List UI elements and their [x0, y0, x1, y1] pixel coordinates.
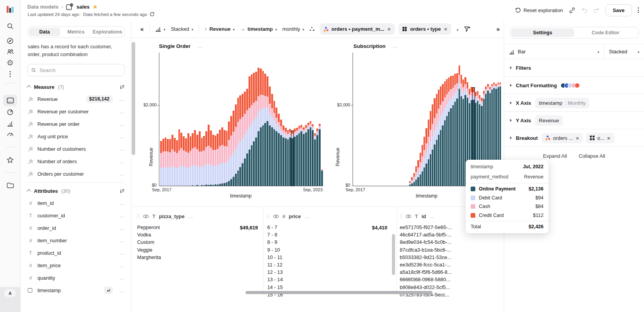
stacked-bar[interactable] [462, 79, 464, 186]
stacked-bar[interactable] [260, 69, 262, 186]
table-row[interactable]: 12 - 13 [267, 268, 387, 276]
reset-exploration-button[interactable]: Reset exploration [515, 7, 563, 13]
table-row[interactable]: 87cdfca3-b1ea-5bc6-... [400, 246, 504, 254]
stacked-bar[interactable] [278, 114, 280, 186]
table-row[interactable]: Margherita [137, 254, 258, 261]
stacked-bar[interactable] [285, 128, 287, 186]
row-menu-icon[interactable] [119, 200, 125, 206]
field-row-attribute[interactable]: Tproduct_id [27, 247, 125, 259]
stacked-bar[interactable] [226, 131, 228, 186]
row-menu-icon[interactable] [119, 263, 125, 268]
stacked-bar[interactable] [162, 139, 164, 186]
stacked-bar[interactable] [409, 181, 411, 186]
stacked-bar[interactable] [208, 125, 210, 186]
stacked-bar[interactable] [235, 104, 237, 186]
avatar[interactable]: A [4, 289, 16, 297]
table-row[interactable]: 6666f368-0968-5880... [400, 276, 504, 283]
chart-menu-icon[interactable] [393, 43, 398, 49]
stacked-bar[interactable] [321, 169, 323, 186]
drag-handle-icon[interactable] [137, 214, 139, 218]
plot-area[interactable] [159, 53, 323, 186]
stack-mode-dropdown[interactable]: Stacked [171, 26, 193, 32]
row-menu-icon[interactable] [119, 121, 125, 127]
stacked-bar[interactable] [196, 135, 198, 186]
stacked-bar[interactable] [411, 177, 413, 186]
stacked-bar[interactable] [262, 71, 264, 186]
chart-menu-icon[interactable] [198, 43, 203, 49]
stacked-bar[interactable] [251, 74, 253, 186]
stacked-bar[interactable] [190, 136, 192, 186]
search-input[interactable] [39, 67, 121, 74]
stacked-bar[interactable] [169, 139, 171, 186]
stacked-bar[interactable] [430, 111, 431, 186]
table-row[interactable]: 9 - 10 [267, 246, 387, 254]
stacked-bar[interactable] [450, 76, 452, 186]
x-axis-field-pill[interactable]: timestamp : Monthly [535, 98, 589, 108]
row-menu-icon[interactable] [119, 250, 125, 256]
compass-icon[interactable] [0, 37, 20, 44]
table-row[interactable]: 11 - 12 [267, 261, 387, 268]
row-menu-icon[interactable] [119, 171, 125, 177]
tab-data[interactable]: Data [29, 28, 60, 36]
y-axis-field-pill[interactable]: Revenue [535, 115, 563, 126]
stacked-bar[interactable] [307, 123, 309, 186]
field-row-attribute[interactable]: #item_number [27, 234, 125, 247]
stacked-bar[interactable] [316, 129, 318, 186]
tab-metrics[interactable]: Metrics [60, 28, 92, 36]
table-row[interactable]: Veggie [137, 246, 258, 254]
stacked-bar[interactable] [244, 92, 246, 186]
stacked-bar[interactable] [192, 133, 194, 186]
stacked-bar[interactable] [246, 89, 248, 186]
bar-chart-icon[interactable] [0, 120, 20, 127]
field-row-attribute[interactable]: #quantity [27, 271, 125, 284]
close-icon[interactable] [576, 135, 579, 141]
tab-settings[interactable]: Settings [511, 28, 574, 37]
sort-icon[interactable] [119, 189, 125, 194]
stacked-bar[interactable] [258, 68, 259, 186]
stacked-bar[interactable] [215, 136, 217, 186]
granularity-dropdown[interactable]: monthly [282, 26, 304, 32]
save-button[interactable]: Save [605, 4, 632, 16]
row-menu-icon[interactable] [119, 96, 125, 102]
row-menu-icon[interactable] [119, 159, 125, 164]
breakout-pill[interactable]: orders ... [542, 133, 583, 143]
stacked-bar[interactable] [420, 153, 421, 186]
stacked-bar[interactable] [294, 129, 296, 186]
stacked-bar[interactable] [264, 74, 266, 186]
stacked-bar[interactable] [422, 145, 423, 186]
stacked-bar[interactable] [289, 129, 291, 186]
section-chart-formatting[interactable]: Chart Formatting [504, 77, 644, 94]
stacked-bar[interactable] [310, 121, 312, 186]
stacked-bar[interactable] [217, 134, 219, 186]
field-search[interactable] [27, 64, 125, 76]
stacked-bar[interactable] [183, 136, 185, 186]
stacked-bar[interactable] [454, 74, 456, 186]
field-row-attribute[interactable]: #item_price [27, 259, 125, 271]
stacked-bar[interactable] [298, 126, 300, 186]
field-row-measure[interactable]: ƒxRevenue per customer [27, 105, 125, 118]
stacked-bar[interactable] [242, 94, 243, 186]
stacked-bar[interactable] [224, 130, 226, 186]
field-row-measure[interactable]: ƒxNumber of orders [27, 155, 125, 167]
stacked-bar[interactable] [444, 81, 446, 186]
collapse-panel-icon[interactable] [140, 26, 144, 33]
expand-all-link[interactable]: Expand All [543, 153, 567, 159]
stacked-bar[interactable] [436, 94, 438, 186]
field-row-measure[interactable]: ƒxNumber of customers [27, 143, 125, 155]
chart-type-button[interactable] [155, 26, 166, 32]
table-row[interactable]: 14 - 15 [267, 284, 387, 291]
table-row[interactable]: 13 - 14 [267, 276, 387, 283]
viz-type-dropdown[interactable]: Bar [504, 44, 604, 59]
measure-section-header[interactable]: Measure (7) [27, 81, 125, 93]
summary-column-header[interactable]: Tpizza_type [137, 210, 258, 222]
stacked-bar[interactable] [275, 108, 277, 186]
close-icon[interactable] [607, 135, 610, 141]
stacked-bar[interactable] [459, 65, 460, 186]
stacked-bar[interactable] [212, 135, 214, 186]
users-icon[interactable] [0, 48, 20, 55]
favorite-star-icon[interactable]: ★ [92, 4, 98, 10]
field-row-attribute[interactable]: #order_id [27, 222, 125, 234]
table-row[interactable]: Pepperoni$49,619 [137, 224, 258, 231]
stacked-bar[interactable] [428, 120, 429, 186]
stacked-bar[interactable] [185, 138, 187, 186]
